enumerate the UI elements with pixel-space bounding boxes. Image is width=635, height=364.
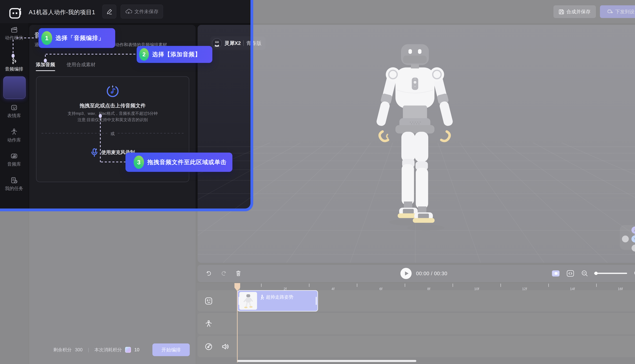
step-3-text: 拖拽音频文件至此区域或单击 — [147, 158, 227, 166]
step-1-text: 选择「音频编排」 — [56, 34, 104, 42]
tutorial-step-2-callout[interactable]: 2 选择【添加音频】 — [137, 46, 212, 63]
step-2-text: 选择【添加音频】 — [152, 50, 201, 58]
connector-step3-vertical — [100, 118, 101, 162]
tutorial-dim-overlay-bottom — [0, 208, 251, 364]
connector-step1-horizontal — [17, 38, 39, 38]
tutorial-spotlight-border — [0, 0, 253, 211]
connector-step2-dot — [44, 58, 47, 63]
connector-step2-vertical — [45, 55, 46, 59]
connector-step3-horizontal — [101, 162, 125, 162]
tutorial-step-1-callout[interactable]: 1 选择「音频编排」 — [39, 28, 115, 48]
tutorial-dim-overlay-right — [251, 0, 635, 364]
connector-step1-vertical — [13, 40, 14, 54]
step-2-badge: 2 — [139, 48, 149, 60]
connector-step3-dot — [99, 114, 102, 118]
step-1-badge: 1 — [41, 31, 52, 45]
connector-step1-dot — [12, 54, 15, 58]
tutorial-step-3-callout[interactable]: 3 拖拽音频文件至此区域或单击 — [125, 152, 233, 172]
app-root: A1机器人动作-我的项目1 文件未保存 合成并保存 — [0, 0, 635, 364]
step-3-badge: 3 — [134, 156, 144, 169]
connector-step2-horizontal — [46, 54, 137, 54]
